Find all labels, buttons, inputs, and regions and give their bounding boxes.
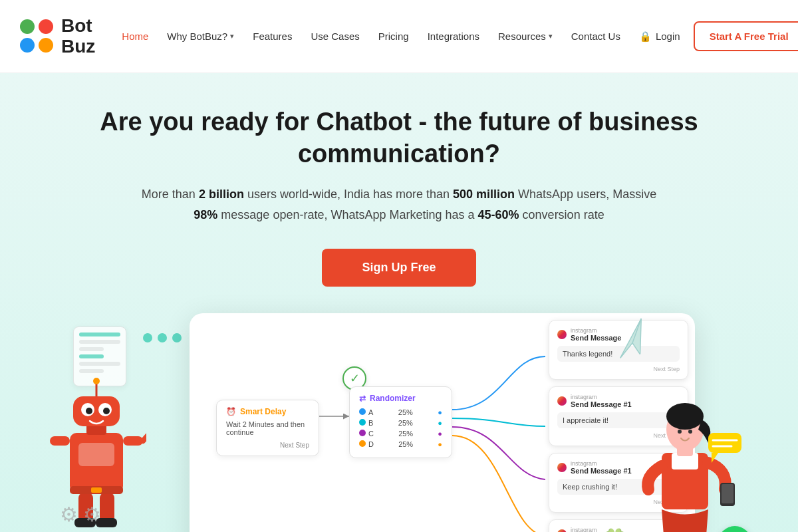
smart-delay-body: Wait 2 Minutes and then continue [226,420,309,436]
logo-dot-blue [20,38,35,53]
logo-text: Bot Buz [61,16,95,57]
msg-platform-2: instagram [571,394,632,400]
dots-decoration [143,333,182,342]
msg-platform-3: instagram [571,460,632,467]
svg-point-26 [678,430,682,434]
nav-home[interactable]: Home [122,31,148,42]
svg-rect-28 [677,446,693,456]
svg-rect-33 [708,433,741,453]
rand-row-d: D 25% ● [359,440,442,448]
nav-usecases[interactable]: Use Cases [311,31,359,42]
signup-button[interactable]: Sign Up Free [322,249,475,287]
svg-line-12 [143,430,146,441]
instagram-icon-2 [557,396,567,406]
start-trial-button[interactable]: Start A Free Trial [694,21,798,51]
header: Bot Buz Home Why BotBuz? ▾ Features Use … [0,0,798,73]
logo[interactable]: Bot Buz [20,16,95,57]
nav-contact[interactable]: Contact Us [571,31,620,42]
svg-point-6 [86,408,92,414]
nav-features[interactable]: Features [253,31,292,42]
smart-delay-footer: Next Step [226,442,309,449]
woman-svg [625,366,745,532]
logo-dots [20,19,55,54]
clover-decoration: 🍀 [602,527,628,532]
logo-dot-orange [39,38,53,53]
nav-whybotbuz[interactable]: Why BotBuz? ▾ [167,31,234,42]
msg-title-3: Send Message #1 [571,467,632,475]
hero-section: Are you ready for Chatbot - the future o… [0,73,798,532]
gear-group: ⚙ ⚙ [60,503,101,526]
svg-rect-1 [78,443,114,466]
svg-rect-3 [73,396,120,426]
chevron-down-icon: ▾ [230,32,234,41]
chevron-down-icon: ▾ [549,32,553,41]
svg-rect-10 [50,436,70,446]
instagram-icon-3 [557,463,567,472]
main-nav: Home Why BotBuz? ▾ Features Use Cases Pr… [122,31,680,43]
svg-marker-20 [610,319,652,361]
logo-dot-red [39,19,53,34]
woman-illustration [625,366,758,532]
shuffle-icon: ⇄ [359,394,366,403]
logo-dot-green [20,19,35,34]
nav-login[interactable]: 🔒 Login [639,31,680,43]
clock-icon: ⏰ [226,407,236,416]
instagram-icon [557,330,567,339]
instagram-icon-4 [557,529,567,532]
svg-point-25 [666,403,704,430]
gear-icon: ⚙ [60,503,78,526]
svg-rect-11 [123,436,143,446]
svg-rect-18 [91,487,102,493]
smart-delay-header: ⏰ Smart Delay [226,407,309,416]
smart-delay-block: ⏰ Smart Delay Wait 2 Minutes and then co… [216,400,319,456]
msg-title-2: Send Message #1 [571,400,632,408]
nav-pricing[interactable]: Pricing [378,31,409,42]
svg-point-9 [93,378,100,384]
hero-title: Are you ready for Chatbot - the future o… [66,106,732,170]
svg-point-27 [688,430,692,434]
dashboard-area: ⚙ ⚙ ✓ ⏰ Smart Delay Wait 2 Minutes and t… [40,313,758,532]
rand-row-a: A 25% ● [359,408,442,416]
nav-integrations[interactable]: Integrations [428,31,479,42]
randomizer-header: ⇄ Randomizer [359,394,442,403]
rand-row-b: B 25% ● [359,419,442,427]
nav-resources[interactable]: Resources ▾ [498,31,553,42]
robot-illustration: ⚙ ⚙ [47,366,166,532]
randomizer-block: ⇄ Randomizer A 25% ● B 25% ● C 25% ● [349,386,452,458]
hero-subtitle: More than 2 billion users world-wide, In… [140,184,658,225]
svg-point-7 [103,408,110,414]
gear-icon-2: ⚙ [83,503,101,526]
rand-row-c: C 25% ● [359,430,442,438]
svg-rect-30 [722,484,733,503]
lock-icon: 🔒 [639,31,652,43]
